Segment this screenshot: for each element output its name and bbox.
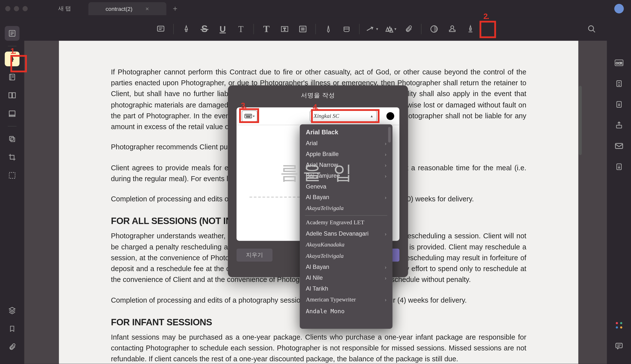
- shapes-icon[interactable]: ▾: [382, 21, 398, 37]
- text-style-icon[interactable]: T: [233, 21, 249, 37]
- modal-title: 서명을 작성: [228, 85, 408, 103]
- eraser-icon[interactable]: [338, 21, 355, 37]
- font-option[interactable]: AkayaTelivigala: [300, 250, 392, 262]
- font-option[interactable]: AkayaTelivigala: [300, 203, 392, 214]
- arrow-shape-icon[interactable]: ▾: [364, 21, 380, 37]
- search-icon[interactable]: [584, 21, 600, 37]
- svg-text:OCR: OCR: [616, 62, 622, 65]
- annotation-label-2: 2.: [483, 12, 488, 21]
- font-select-dropdown[interactable]: Xingkai SC ▴: [310, 110, 377, 122]
- chevron-right-icon: ›: [385, 231, 386, 236]
- attach-icon[interactable]: [400, 21, 417, 37]
- chevron-down-icon: ▾: [253, 114, 254, 118]
- textbox-icon[interactable]: T: [276, 21, 293, 37]
- svg-rect-10: [9, 111, 15, 115]
- svg-line-25: [366, 27, 372, 30]
- minimize-traffic-icon[interactable]: [14, 6, 19, 11]
- font-option-label: Al Bayan: [306, 194, 329, 200]
- svg-rect-13: [10, 136, 14, 140]
- chevron-right-icon: ›: [385, 264, 386, 270]
- font-option[interactable]: Arial Black: [300, 124, 392, 138]
- chevron-right-icon: ›: [385, 297, 386, 302]
- close-traffic-icon[interactable]: [5, 6, 10, 11]
- keyboard-input-button[interactable]: ▾: [242, 110, 257, 122]
- font-option[interactable]: Al Bayan›: [300, 262, 392, 272]
- font-option[interactable]: Academy Engraved LET: [300, 217, 392, 228]
- save-doc-icon[interactable]: [612, 160, 626, 174]
- ocr-icon[interactable]: OCR: [612, 56, 626, 70]
- font-option[interactable]: AkayaKanadaka: [300, 239, 392, 250]
- font-option[interactable]: Adelle Sans Devanagari›: [300, 228, 392, 239]
- presentation-icon[interactable]: [5, 106, 20, 121]
- chevron-right-icon: ›: [385, 140, 386, 146]
- strikethrough-icon[interactable]: S: [196, 21, 213, 37]
- font-option-label: Arial Black: [306, 129, 338, 136]
- note-tool-icon[interactable]: [5, 70, 20, 84]
- dropdown-scrollbar[interactable]: [388, 127, 391, 142]
- font-option-label: Andale Mono: [306, 308, 344, 314]
- titlebar: 새 탭 contract(2) × +: [0, 0, 631, 17]
- circle-half-icon[interactable]: [426, 21, 442, 37]
- font-list-dropdown: Arial BlackArial›Apple Braille›Arial Nar…: [300, 124, 392, 329]
- svg-rect-18: [186, 30, 187, 32]
- zoom-traffic-icon[interactable]: [22, 6, 28, 11]
- chevron-right-icon: ›: [385, 173, 386, 178]
- svg-point-42: [616, 326, 618, 328]
- svg-rect-37: [616, 144, 622, 148]
- svg-line-31: [593, 30, 595, 32]
- tab-contract[interactable]: contract(2) ×: [88, 2, 166, 15]
- bookmark-icon[interactable]: [5, 321, 20, 336]
- font-option[interactable]: Andale Mono: [300, 305, 392, 317]
- font-option[interactable]: Apple Braille›: [300, 148, 392, 160]
- comment-icon[interactable]: [152, 21, 169, 37]
- svg-point-48: [246, 115, 246, 116]
- list-icon[interactable]: [294, 21, 311, 37]
- scrollbar-thumb[interactable]: [579, 86, 582, 155]
- font-option[interactable]: Al Nile›: [300, 272, 392, 283]
- font-option-label: AkayaTelivigala: [306, 252, 344, 260]
- comments-panel-icon[interactable]: [612, 338, 626, 354]
- font-option-label: AkayaKanadaka: [306, 241, 344, 248]
- screenshot-icon[interactable]: [5, 168, 20, 183]
- share-icon[interactable]: [612, 118, 626, 132]
- close-icon[interactable]: ×: [146, 5, 149, 12]
- export-icon[interactable]: [612, 97, 626, 112]
- svg-rect-8: [9, 93, 12, 98]
- convert-icon[interactable]: [612, 76, 626, 91]
- app-grid-icon[interactable]: [612, 318, 626, 333]
- top-toolbar: S U T T T ▾ ▾: [24, 17, 607, 41]
- highlight-icon[interactable]: [178, 21, 194, 37]
- font-option-label: American Typewriter: [306, 296, 356, 303]
- layers-icon[interactable]: [5, 303, 20, 318]
- font-option[interactable]: Arial›: [300, 138, 392, 148]
- svg-rect-9: [12, 93, 16, 98]
- font-option-label: Arial: [306, 140, 318, 146]
- signature-icon[interactable]: [462, 21, 479, 37]
- stamp-icon[interactable]: [444, 21, 460, 37]
- text-tool-icon[interactable]: T: [258, 21, 274, 37]
- reader-mode-icon[interactable]: [5, 26, 20, 41]
- facing-pages-icon[interactable]: [5, 88, 20, 103]
- font-option-label: Academy Engraved LET: [306, 219, 364, 226]
- tab-new[interactable]: 새 탭: [41, 2, 88, 15]
- svg-rect-15: [158, 26, 164, 31]
- copy-icon[interactable]: [5, 132, 20, 146]
- user-avatar[interactable]: [614, 4, 624, 14]
- font-option-label: Al Nile: [306, 274, 323, 281]
- signature-color-picker[interactable]: [386, 112, 394, 120]
- tab-label: contract(2): [106, 6, 132, 12]
- attachment-icon[interactable]: [5, 340, 20, 354]
- font-select-value: Xingkai SC: [314, 113, 339, 120]
- font-option[interactable]: Al Tarikh: [300, 283, 392, 294]
- font-option-label: Al Tarikh: [306, 286, 328, 292]
- body-paragraph: Infant sessions may be purchased as a on…: [111, 332, 526, 364]
- mail-icon[interactable]: [612, 138, 626, 153]
- font-option[interactable]: Al Bayan›: [300, 192, 392, 203]
- font-option[interactable]: American Typewriter›: [300, 294, 392, 305]
- pen-icon[interactable]: [320, 21, 337, 37]
- tab-add-button[interactable]: +: [173, 4, 177, 13]
- underline-icon[interactable]: U: [214, 21, 231, 37]
- clear-button[interactable]: 지우기: [236, 249, 272, 262]
- annotation-label-3: 3.: [241, 101, 246, 110]
- crop-icon[interactable]: [5, 150, 20, 165]
